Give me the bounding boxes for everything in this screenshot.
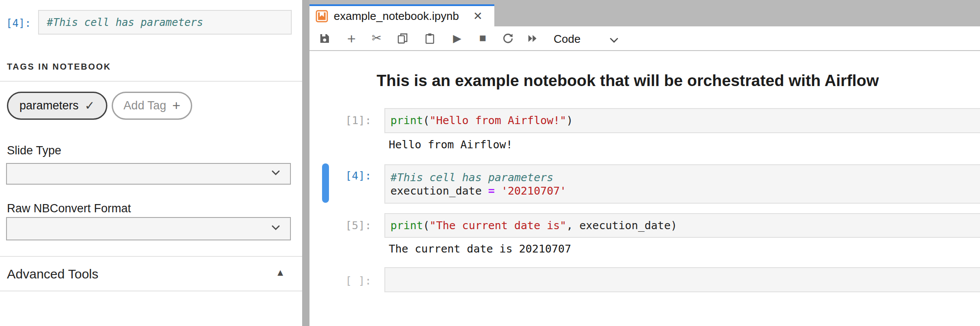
chevron-down-icon: [270, 167, 281, 181]
restart-icon: [502, 32, 514, 45]
cell-type-value: Code: [554, 32, 580, 46]
save-button[interactable]: [317, 31, 332, 46]
code-token: ): [671, 219, 677, 232]
collapse-caret-icon: ▴: [277, 265, 283, 279]
restart-kernel-button[interactable]: [500, 31, 515, 46]
code-token: ): [566, 114, 573, 127]
raw-nbconvert-label: Raw NBConvert Format: [7, 202, 131, 215]
copy-icon: [397, 32, 409, 45]
cell-4-prompt: [4]:: [309, 169, 371, 182]
cell-1-output: Hello from Airflow!: [389, 138, 513, 151]
empty-cell-prompt: [ ]:: [309, 275, 371, 287]
cell-5-prompt: [5]:: [309, 219, 371, 232]
copy-cells-button[interactable]: [395, 31, 410, 46]
plus-icon: +: [347, 31, 356, 46]
code-token: #This cell has parameters: [390, 171, 553, 184]
code-token: "Hello from Airflow!": [429, 114, 566, 127]
cell-1-editor[interactable]: print("Hello from Airflow!"): [384, 108, 980, 133]
code-token: , execution_date: [566, 219, 671, 232]
chevron-down-icon: [270, 222, 281, 236]
insert-cell-button[interactable]: +: [344, 31, 359, 46]
code-token: (: [423, 219, 429, 232]
tag-parameters-label: parameters: [19, 99, 79, 112]
code-token: '20210707': [495, 185, 567, 197]
play-icon: ▶: [453, 33, 461, 44]
active-cell-preview-code: #This cell has parameters: [47, 16, 203, 29]
scissors-icon: ✂: [372, 32, 382, 44]
slide-type-label: Slide Type: [7, 144, 61, 157]
raw-nbconvert-select[interactable]: [6, 217, 291, 240]
sidebar-divider: [0, 256, 302, 257]
tab-example-notebook[interactable]: example_notebook.ipynb ✕: [309, 4, 494, 26]
check-icon: ✓: [85, 99, 95, 113]
add-tag-button[interactable]: Add Tag +: [112, 92, 192, 120]
tag-parameters-pill[interactable]: parameters ✓: [7, 92, 107, 120]
slide-type-select[interactable]: [6, 163, 291, 185]
add-tag-label: Add Tag: [123, 99, 166, 112]
cut-cells-button[interactable]: ✂: [369, 31, 384, 46]
sidebar-divider: [0, 81, 302, 82]
notebook-file-icon: [316, 10, 328, 22]
paste-icon: [424, 32, 436, 45]
save-icon: [319, 32, 331, 45]
paste-cells-button[interactable]: [422, 31, 437, 46]
restart-and-run-all-button[interactable]: [525, 31, 540, 46]
jupyterlab-window: [4]: #This cell has parameters TAGS IN N…: [0, 0, 980, 326]
advanced-tools-section-header[interactable]: Advanced Tools ▴: [0, 262, 302, 288]
sidebar-divider: [0, 291, 302, 291]
panel-splitter-handle[interactable]: [302, 0, 309, 326]
cell-5-editor[interactable]: print("The current date is", execution_d…: [384, 213, 980, 238]
property-inspector-panel: [4]: #This cell has parameters TAGS IN N…: [0, 0, 302, 326]
notebook-toolbar: + ✂ ▶ ■: [309, 26, 980, 51]
active-cell-prompt: [4]:: [6, 17, 31, 29]
cell-4-editor[interactable]: #This cell has parameters execution_date…: [384, 164, 980, 204]
chevron-down-icon: [608, 34, 620, 48]
cell-1-prompt: [1]:: [309, 114, 371, 127]
code-token: =: [488, 185, 495, 197]
code-token: (: [423, 114, 429, 127]
cell-5-output: The current date is 20210707: [389, 243, 571, 256]
run-cell-button[interactable]: ▶: [450, 31, 464, 46]
notebook-panel: example_notebook.ipynb ✕ + ✂: [309, 0, 980, 326]
tags-in-notebook-header: TAGS IN NOTEBOOK: [7, 62, 111, 72]
advanced-tools-label: Advanced Tools: [7, 267, 98, 281]
code-token: print: [390, 219, 423, 232]
cell-type-select[interactable]: Code: [554, 26, 632, 50]
code-token: "The current date is": [429, 219, 566, 232]
fast-forward-icon: [526, 32, 538, 45]
active-cell-preview-editor[interactable]: #This cell has parameters: [38, 10, 292, 35]
dock-tab-bar: example_notebook.ipynb ✕: [309, 0, 980, 26]
plus-icon: +: [172, 98, 181, 114]
close-icon[interactable]: ✕: [473, 10, 483, 23]
code-token: print: [390, 114, 423, 127]
stop-icon: ■: [479, 32, 486, 44]
interrupt-kernel-button[interactable]: ■: [475, 31, 490, 46]
tab-title: example_notebook.ipynb: [334, 10, 459, 23]
code-token: execution_date: [390, 185, 488, 197]
markdown-cell-heading[interactable]: This is an example notebook that will be…: [377, 72, 879, 90]
empty-cell-editor[interactable]: [384, 267, 980, 292]
